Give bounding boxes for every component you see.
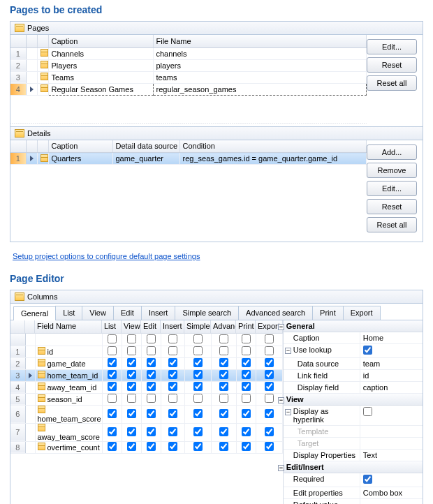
col-edit[interactable]: Edit bbox=[141, 320, 161, 333]
list-all-checkbox[interactable] bbox=[108, 334, 117, 343]
col-list[interactable]: List bbox=[102, 320, 122, 333]
details-col-caption[interactable]: Caption bbox=[48, 140, 112, 153]
cell-checkbox[interactable] bbox=[168, 382, 177, 391]
details-col-src[interactable]: Detail data source bbox=[112, 140, 179, 153]
col-fieldname[interactable]: Field Name bbox=[35, 320, 102, 333]
cell-checkbox[interactable] bbox=[168, 409, 177, 418]
cell-checkbox[interactable] bbox=[108, 346, 117, 355]
details-col-cond[interactable]: Condition bbox=[179, 140, 367, 153]
view-all-checkbox[interactable] bbox=[127, 334, 136, 343]
edit-all-checkbox[interactable] bbox=[147, 334, 156, 343]
cell-checkbox[interactable] bbox=[127, 358, 136, 367]
cell-checkbox[interactable] bbox=[108, 382, 117, 391]
prop-dp-val[interactable]: Text bbox=[360, 450, 423, 461]
cell-checkbox[interactable] bbox=[242, 358, 251, 367]
tab-edit[interactable]: Edit bbox=[113, 306, 142, 320]
cell-checkbox[interactable] bbox=[147, 346, 156, 355]
col-adv[interactable]: Advanc bbox=[211, 320, 236, 333]
cell-checkbox[interactable] bbox=[147, 394, 156, 403]
cell-checkbox[interactable] bbox=[127, 409, 136, 418]
cell-checkbox[interactable] bbox=[193, 382, 203, 391]
remove-button[interactable]: Remove bbox=[367, 163, 417, 178]
cell-checkbox[interactable] bbox=[265, 409, 274, 418]
column-row[interactable]: 4away_team_id bbox=[10, 381, 282, 393]
resetall-button[interactable]: Reset all bbox=[367, 217, 417, 232]
print-all-checkbox[interactable] bbox=[242, 334, 251, 343]
setup-link[interactable]: Setup project options to configure defau… bbox=[13, 252, 200, 260]
cell-checkbox[interactable] bbox=[219, 442, 228, 451]
cell-checkbox[interactable] bbox=[147, 442, 156, 451]
prop-caption-val[interactable]: Home bbox=[360, 332, 423, 343]
cell-checkbox[interactable] bbox=[168, 394, 177, 403]
pages-col-caption[interactable]: Caption bbox=[48, 35, 153, 47]
collapse-icon[interactable]: − bbox=[285, 348, 291, 354]
cell-checkbox[interactable] bbox=[147, 358, 156, 367]
cell-checkbox[interactable] bbox=[168, 346, 177, 355]
cell-checkbox[interactable] bbox=[265, 442, 274, 451]
cell-checkbox[interactable] bbox=[127, 382, 136, 391]
pages-table[interactable]: Caption File Name 1 Channels channels 2 … bbox=[10, 35, 367, 96]
column-row[interactable]: 5season_id bbox=[10, 393, 282, 405]
cell-checkbox[interactable] bbox=[127, 394, 136, 403]
cell-checkbox[interactable] bbox=[147, 427, 156, 436]
cell-checkbox[interactable] bbox=[265, 382, 274, 391]
table-row[interactable]: 2 Players players bbox=[10, 59, 367, 71]
collapse-icon[interactable]: − bbox=[278, 324, 284, 330]
prop-ds-val[interactable]: team bbox=[360, 358, 423, 369]
tab-list[interactable]: List bbox=[55, 306, 82, 320]
cell-checkbox[interactable] bbox=[108, 370, 117, 379]
prop-lf-val[interactable]: id bbox=[360, 370, 423, 381]
tab-insert[interactable]: Insert bbox=[141, 306, 176, 320]
collapse-icon[interactable]: − bbox=[278, 465, 284, 471]
column-row[interactable]: 8overtime_count bbox=[10, 441, 282, 453]
cell-checkbox[interactable] bbox=[242, 442, 251, 451]
adv-all-checkbox[interactable] bbox=[219, 334, 228, 343]
column-row[interactable]: 2game_date bbox=[10, 357, 282, 369]
cell-checkbox[interactable] bbox=[193, 346, 203, 355]
edit-button[interactable]: Edit... bbox=[367, 39, 417, 54]
tab-general[interactable]: General bbox=[13, 306, 56, 320]
cell-checkbox[interactable] bbox=[219, 346, 228, 355]
details-table[interactable]: Caption Detail data source Condition 1 Q… bbox=[10, 140, 367, 165]
column-row[interactable]: 3home_team_id bbox=[10, 369, 282, 381]
cell-checkbox[interactable] bbox=[265, 346, 274, 355]
hyperlink-checkbox[interactable] bbox=[363, 407, 372, 416]
cell-checkbox[interactable] bbox=[242, 394, 251, 403]
splitter[interactable] bbox=[10, 121, 367, 126]
cell-checkbox[interactable] bbox=[127, 370, 136, 379]
cell-checkbox[interactable] bbox=[219, 394, 228, 403]
prop-df-val[interactable]: caption bbox=[360, 382, 423, 393]
cell-checkbox[interactable] bbox=[168, 370, 177, 379]
cell-checkbox[interactable] bbox=[168, 442, 177, 451]
cell-checkbox[interactable] bbox=[108, 358, 117, 367]
resetall-button[interactable]: Reset all bbox=[367, 75, 417, 91]
cell-checkbox[interactable] bbox=[127, 442, 136, 451]
export-all-checkbox[interactable] bbox=[265, 334, 274, 343]
col-simple[interactable]: Simple s bbox=[184, 320, 211, 333]
cell-checkbox[interactable] bbox=[108, 427, 117, 436]
cell-checkbox[interactable] bbox=[242, 427, 251, 436]
cell-checkbox[interactable] bbox=[108, 394, 117, 403]
cell-checkbox[interactable] bbox=[193, 394, 203, 403]
cell-checkbox[interactable] bbox=[193, 442, 203, 451]
cell-checkbox[interactable] bbox=[127, 427, 136, 436]
cell-checkbox[interactable] bbox=[193, 409, 203, 418]
cell-checkbox[interactable] bbox=[242, 409, 251, 418]
tab-simple-search[interactable]: Simple search bbox=[175, 306, 239, 320]
col-view[interactable]: View bbox=[122, 320, 141, 333]
add-button[interactable]: Add... bbox=[367, 144, 417, 160]
col-insert[interactable]: Insert bbox=[161, 320, 184, 333]
cell-checkbox[interactable] bbox=[219, 409, 228, 418]
prop-ep-val[interactable]: Combo box bbox=[360, 487, 423, 498]
cell-checkbox[interactable] bbox=[219, 370, 228, 379]
cell-checkbox[interactable] bbox=[147, 382, 156, 391]
tab-export[interactable]: Export bbox=[343, 306, 381, 320]
reset-button[interactable]: Reset bbox=[367, 57, 417, 73]
cell-checkbox[interactable] bbox=[242, 370, 251, 379]
table-row[interactable]: 4 Regular Season Games regular_season_ga… bbox=[10, 83, 367, 95]
cell-checkbox[interactable] bbox=[193, 427, 203, 436]
columns-grid[interactable]: 1id2game_date3home_team_id4away_team_id5… bbox=[10, 334, 283, 454]
cell-checkbox[interactable] bbox=[219, 382, 228, 391]
col-print[interactable]: Print bbox=[236, 320, 256, 333]
pages-col-filename[interactable]: File Name bbox=[153, 35, 367, 47]
